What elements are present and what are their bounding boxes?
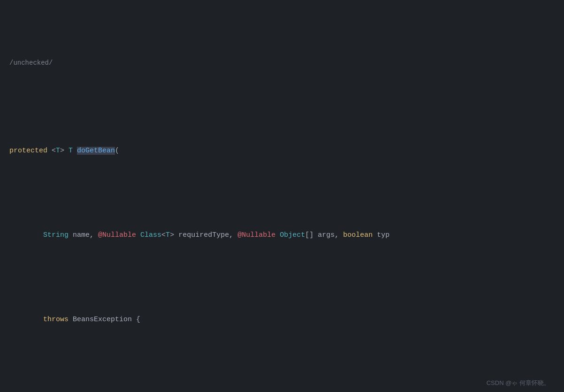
code-editor: /unchecked/ protected <T> T doGetBean( S… <box>0 0 564 392</box>
type-T: T <box>56 147 60 155</box>
keyword-boolean: boolean <box>343 231 373 239</box>
type-Object: Object <box>280 231 305 239</box>
code-line-1: protected <T> T doGetBean( <box>0 143 564 159</box>
keyword-protected: protected <box>9 147 47 155</box>
keyword-throws: throws <box>43 316 69 324</box>
annotation-nullable2: @Nullable <box>237 231 275 239</box>
type-T2: T <box>69 147 73 155</box>
paren-open: ( <box>115 147 119 155</box>
method-doGetBean: doGetBean <box>77 147 115 155</box>
footer-watermark: CSDN @ゃ 何章怀晓。 <box>487 379 550 387</box>
type-String: String <box>43 231 69 239</box>
annotation-nullable1: @Nullable <box>98 231 136 239</box>
type-Class: Class <box>140 231 161 239</box>
path-bar: /unchecked/ <box>0 51 564 75</box>
code-line-3: throws BeansException { <box>0 311 564 328</box>
footer-text: CSDN @ゃ 何章怀晓。 <box>487 379 550 386</box>
type-T3: T <box>166 231 170 239</box>
code-line-2: String name, @Nullable Class<T> required… <box>0 227 564 244</box>
